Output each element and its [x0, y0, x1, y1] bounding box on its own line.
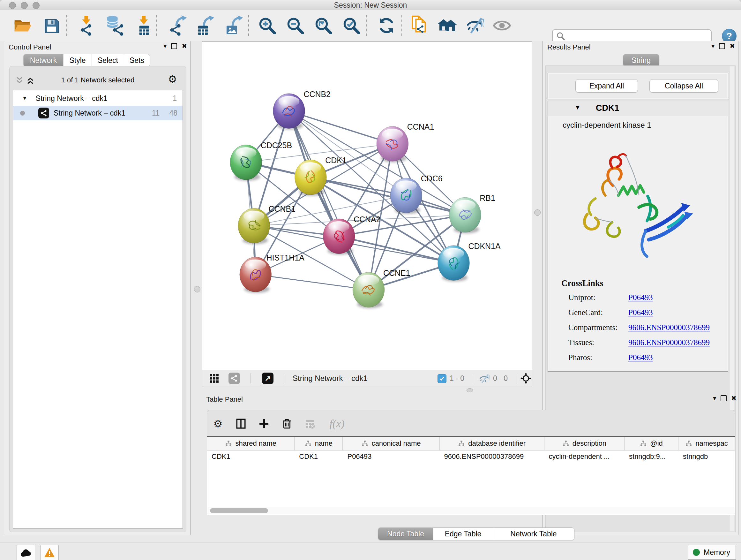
- cloud-status-button[interactable]: [17, 545, 35, 560]
- grid-view-icon[interactable]: [209, 373, 219, 383]
- network-node-RB1[interactable]: RB1: [449, 193, 495, 233]
- network-node-HIST1H1A[interactable]: HIST1H1A: [240, 253, 305, 293]
- column-header-@id[interactable]: @id: [624, 437, 678, 450]
- table-cell[interactable]: stringdb: [678, 450, 735, 463]
- network-row[interactable]: String Network – cdk1 11 48: [13, 106, 183, 120]
- column-header-database-identifier[interactable]: database identifier: [440, 437, 544, 450]
- table-cell[interactable]: 9606.ENSP00000378699: [440, 450, 544, 463]
- table-panel-close-icon[interactable]: ✖: [731, 395, 737, 401]
- export-network-button[interactable]: [168, 15, 189, 37]
- add-column-button[interactable]: [257, 417, 271, 431]
- zoom-selected-button[interactable]: [341, 15, 362, 37]
- network-edge-CCNB2-CCNE1[interactable]: [289, 111, 368, 290]
- crosslink-link[interactable]: P06493: [628, 353, 653, 362]
- import-table-file-button[interactable]: [133, 15, 154, 37]
- fit-content-crosshair-icon[interactable]: [521, 373, 531, 384]
- tab-node-table[interactable]: Node Table: [378, 528, 433, 540]
- network-canvas[interactable]: CCNB2CCNA1CDC25BCDK1CDC6RB1CCNB1CCNA2CDK…: [202, 42, 532, 370]
- control-panel-menu-icon[interactable]: ▾: [163, 43, 166, 49]
- tab-edge-table[interactable]: Edge Table: [433, 528, 493, 540]
- network-node-CCNE1[interactable]: CCNE1: [353, 268, 410, 308]
- control-panel-float-icon[interactable]: [171, 43, 177, 49]
- function-builder-button-disabled[interactable]: f(x): [326, 417, 348, 431]
- splitter-handle-horizontal[interactable]: [467, 388, 473, 392]
- selected-nodes-checkbox[interactable]: [437, 374, 447, 383]
- results-panel-close-icon[interactable]: ✖: [730, 43, 735, 49]
- open-file-button[interactable]: [12, 15, 33, 37]
- column-type-icon: [458, 440, 465, 447]
- hide-graphics-details-button[interactable]: [465, 15, 486, 37]
- table-cell[interactable]: P06493: [343, 450, 440, 463]
- table-panel-float-icon[interactable]: [721, 395, 727, 401]
- network-options-gear-icon[interactable]: ⚙: [168, 74, 177, 84]
- show-columns-button[interactable]: [234, 417, 248, 431]
- table-horizontal-scrollbar[interactable]: [207, 507, 735, 514]
- table-cell[interactable]: stringdb:9...: [624, 450, 678, 463]
- zoom-out-button[interactable]: [285, 15, 306, 37]
- export-image-icon: [225, 15, 245, 36]
- network-collection-row[interactable]: ▼ String Network – cdk1 1: [13, 91, 183, 106]
- column-header-canonical-name[interactable]: canonical name: [343, 437, 440, 450]
- table-settings-button[interactable]: ⚙: [211, 417, 225, 431]
- section-expanded-icon[interactable]: ▼: [575, 105, 581, 111]
- control-panel-close-icon[interactable]: ✖: [182, 43, 187, 49]
- clone-network-button[interactable]: [408, 15, 429, 37]
- table-row[interactable]: CDK1CDK1P064939606.ENSP00000378699cyclin…: [207, 450, 735, 463]
- column-header-name[interactable]: name: [294, 437, 343, 450]
- tab-sets[interactable]: Sets: [124, 54, 150, 66]
- tab-string[interactable]: String: [623, 54, 659, 66]
- memory-status-dot: [693, 549, 700, 556]
- window-title: Session: New Session: [0, 1, 741, 10]
- separator: [251, 373, 251, 383]
- results-panel-menu-icon[interactable]: ▾: [711, 43, 715, 49]
- column-header-namespac[interactable]: namespac: [678, 437, 735, 450]
- network-edge-CCNB2-CCNA1[interactable]: [289, 111, 392, 144]
- crosslink-link[interactable]: 9606.ENSP00000378699: [628, 323, 710, 332]
- network-label: String Network – cdk1: [54, 109, 125, 118]
- table-cell[interactable]: CDK1: [294, 450, 343, 463]
- column-header-description[interactable]: description: [544, 437, 624, 450]
- open-in-browser-chip[interactable]: ↗: [262, 373, 273, 384]
- results-panel-float-icon[interactable]: [719, 43, 725, 49]
- export-table-button[interactable]: [195, 15, 216, 37]
- show-graphics-details-button[interactable]: [491, 15, 513, 37]
- tree-expanded-icon[interactable]: ▼: [22, 95, 27, 102]
- table-panel-menu-icon[interactable]: ▾: [713, 395, 716, 401]
- import-network-icon: [77, 15, 96, 36]
- show-all-panels-button[interactable]: [436, 15, 458, 37]
- splitter-handle-right[interactable]: [534, 209, 541, 216]
- collapse-all-button[interactable]: Collapse All: [650, 79, 718, 92]
- zoom-in-button[interactable]: [257, 15, 278, 37]
- search-input[interactable]: [567, 32, 706, 41]
- import-network-file-button[interactable]: [76, 15, 97, 37]
- crosslink-link[interactable]: 9606.ENSP00000378699: [628, 338, 710, 347]
- network-node-CDKN1A[interactable]: CDKN1A: [438, 242, 501, 282]
- column-label: database identifier: [468, 439, 526, 448]
- network-edge-CCNA2-CDKN1A[interactable]: [339, 236, 454, 263]
- delete-table-button-disabled[interactable]: [303, 417, 317, 431]
- crosslink-link[interactable]: P06493: [628, 293, 653, 302]
- column-header-shared-name[interactable]: shared name: [207, 437, 294, 450]
- table-cell[interactable]: CDK1: [207, 450, 294, 463]
- network-view-share-chip[interactable]: [228, 373, 240, 384]
- zoom-fit-button[interactable]: [313, 15, 334, 37]
- protein-section-header[interactable]: ▼ CDK1: [548, 101, 728, 116]
- tab-style[interactable]: Style: [64, 54, 92, 66]
- tab-select[interactable]: Select: [92, 54, 124, 66]
- expand-all-button[interactable]: Expand All: [576, 79, 638, 92]
- warnings-button[interactable]: [40, 545, 59, 560]
- save-session-button[interactable]: [41, 15, 62, 37]
- tab-network[interactable]: Network: [23, 54, 64, 66]
- delete-column-button[interactable]: [280, 417, 294, 431]
- import-network-database-button[interactable]: [104, 15, 125, 37]
- table-panel-title: Table Panel: [206, 395, 243, 403]
- scrollbar-thumb[interactable]: [210, 508, 268, 513]
- memory-button[interactable]: Memory: [688, 545, 736, 560]
- crosslink-link[interactable]: P06493: [628, 308, 653, 317]
- table-cell[interactable]: cyclin-dependent ...: [544, 450, 624, 463]
- splitter-handle-left[interactable]: [194, 286, 200, 293]
- network-edge-HIST1H1A-CCNE1[interactable]: [256, 274, 368, 290]
- export-image-button[interactable]: [224, 15, 245, 37]
- refresh-button[interactable]: [376, 15, 397, 37]
- tab-network-table[interactable]: Network Table: [493, 528, 574, 540]
